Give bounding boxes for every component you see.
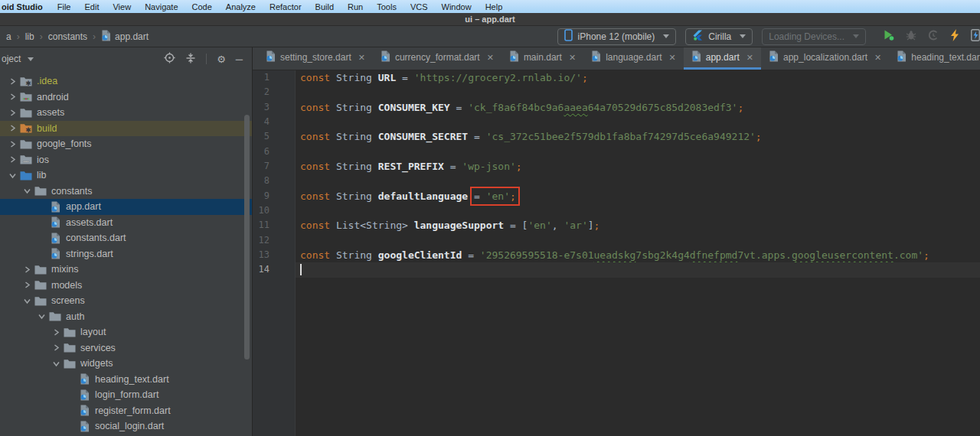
menu-item-build[interactable]: Build [309,2,341,11]
locate-icon[interactable] [164,52,175,66]
tree-item-constants[interactable]: constants [0,184,252,200]
tab-currency_format-dart[interactable]: currency_format.dart✕ [373,47,501,70]
settings-gear-icon[interactable]: ⚙ [217,54,226,64]
device-selector[interactable]: iPhone 12 (mobile) [557,28,677,45]
code-line-14: 14 [253,262,980,277]
menu-item-file[interactable]: File [51,2,78,11]
project-tree-scrollbar[interactable] [244,115,250,360]
tree-item-label: strings.dart [66,249,113,259]
close-tab-icon[interactable]: ✕ [487,53,494,63]
chevron-collapsed-icon[interactable] [6,141,18,148]
menu-item-analyze[interactable]: Analyze [219,2,263,11]
close-tab-icon[interactable]: ✕ [874,53,881,63]
code-line-text: const String URL = 'https://grocery2.rnl… [296,70,980,85]
chevron-collapsed-icon[interactable] [6,93,18,100]
tree-item-login_form-dart[interactable]: login_form.dart [0,387,252,403]
tree-item-models[interactable]: models [0,278,252,294]
project-view-label: oject [2,54,21,64]
dart-file-icon [897,50,906,64]
tree-item-build[interactable]: ✱build [0,121,252,137]
tree-item-assets[interactable]: assets [0,105,252,121]
device-selector-label: iPhone 12 (mobile) [578,31,655,42]
menu-item-view[interactable]: View [106,2,138,11]
breadcrumb-separator-icon: › [17,31,20,42]
line-number: 1 [253,70,296,85]
tree-item-google_fonts[interactable]: google_fonts [0,136,252,152]
tree-item--idea[interactable]: ✱.idea [0,73,252,89]
chevron-expanded-icon[interactable] [21,298,33,304]
menu-item-help[interactable]: Help [479,2,510,11]
tree-item-constants-dart[interactable]: constants.dart [0,230,252,246]
code-line-text [296,115,980,129]
tree-item-heading_text-dart[interactable]: heading_text.dart [0,372,252,388]
tree-item-android[interactable]: android [0,89,252,106]
close-tab-icon[interactable]: ✕ [669,53,676,63]
tree-item-app-dart[interactable]: app.dart [0,199,252,215]
tab-heading_text-dart[interactable]: heading_text.dart✕ [889,47,980,70]
tree-item-mixins[interactable]: mixins [0,262,252,278]
tree-item-services[interactable]: services [0,340,252,356]
menu-item-window[interactable]: Window [435,2,479,11]
tree-item-label: register_form.dart [95,405,171,416]
collapse-all-icon[interactable] [185,53,196,66]
tree-item-label: widgets [80,358,113,369]
debug-icon [906,30,916,44]
close-tab-icon[interactable]: ✕ [358,53,365,63]
chevron-collapsed-icon[interactable] [21,266,33,273]
code-line-text [296,174,980,188]
chevron-expanded-icon[interactable] [6,172,18,179]
tree-item-auth[interactable]: auth [0,309,252,325]
chevron-collapsed-icon[interactable] [50,344,62,351]
chevron-collapsed-icon[interactable] [6,109,18,116]
close-tab-icon[interactable]: ✕ [569,53,576,63]
chevron-expanded-icon[interactable] [35,313,47,320]
tree-item-layout[interactable]: layout [0,324,252,340]
line-number: 10 [253,203,296,218]
tree-item-label: assets.dart [66,217,113,228]
menu-item-tools[interactable]: Tools [370,2,403,11]
tab-main-dart[interactable]: main.dart✕ [501,47,583,70]
chevron-expanded-icon[interactable] [21,187,33,194]
chevron-expanded-icon[interactable] [50,360,62,367]
hide-panel-icon[interactable]: ─ [236,54,243,64]
breadcrumb-item-lib[interactable]: lib [25,31,34,42]
tree-item-register_form-dart[interactable]: register_form.dart [0,403,252,419]
hot-reload-button[interactable] [950,29,959,44]
tree-item-widgets[interactable]: widgets [0,356,252,372]
code-editor[interactable]: 1const String URL = 'https://grocery2.rn… [253,70,980,436]
menu-item-navigate[interactable]: Navigate [138,2,185,11]
menu-item-edit[interactable]: Edit [78,2,106,11]
tab-language-dart[interactable]: language.dart✕ [583,47,684,70]
run-icon [883,29,894,44]
breadcrumb-item-a[interactable]: a [6,31,11,42]
tree-item-strings-dart[interactable]: strings.dart [0,246,252,262]
tab-app_localization-dart[interactable]: app_localization.dart✕ [761,47,889,70]
tree-item-screens[interactable]: screens [0,293,252,309]
menu-item-refactor[interactable]: Refactor [263,2,309,11]
code-line-text: const String googleClientId = '295269595… [296,248,980,262]
hot-restart-button[interactable] [971,29,980,44]
chevron-collapsed-icon[interactable] [6,125,18,132]
tree-item-ios[interactable]: ios [0,152,252,168]
run-button[interactable] [883,29,894,44]
chevron-collapsed-icon[interactable] [6,78,18,85]
breadcrumb-item-constants[interactable]: constants [48,31,87,42]
tree-item-assets-dart[interactable]: assets.dart [0,215,252,231]
breadcrumb-item-app-dart[interactable]: app.dart [101,30,149,44]
close-tab-icon[interactable]: ✕ [746,53,753,63]
menu-item-run[interactable]: Run [341,2,370,11]
menu-item-vcs[interactable]: VCS [403,2,435,11]
run-config-selector[interactable]: Cirilla [685,28,753,45]
menu-item-code[interactable]: Code [185,2,219,11]
tree-item-social_login-dart[interactable]: social_login.dart [0,418,252,434]
tab-label: setting_store.dart [280,52,351,63]
tab-setting_store-dart[interactable]: setting_store.dart✕ [258,47,373,70]
chevron-collapsed-icon[interactable] [21,281,33,288]
project-view-dropdown[interactable]: oject [2,54,34,64]
dart-file-icon [47,216,63,228]
tab-app-dart[interactable]: app.dart✕ [684,47,761,70]
toolbar-divider [206,54,207,64]
tree-item-lib[interactable]: lib [0,168,252,184]
chevron-collapsed-icon[interactable] [6,156,18,163]
chevron-collapsed-icon[interactable] [50,329,62,336]
